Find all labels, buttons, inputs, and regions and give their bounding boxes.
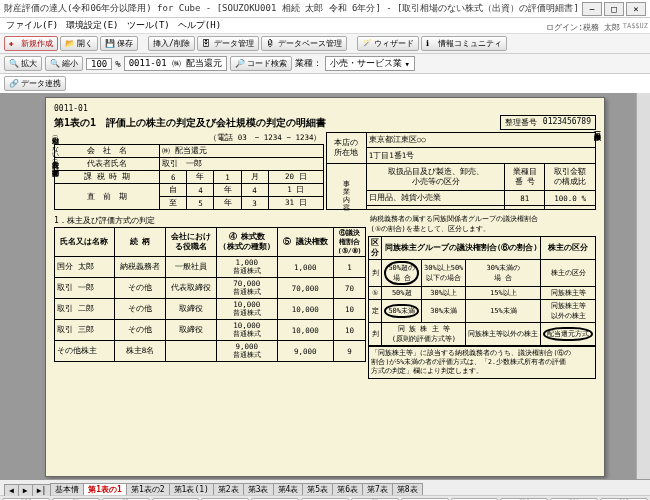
biztype-label: 業種： (295, 57, 322, 70)
sheet-tab[interactable]: 第8表 (392, 483, 423, 495)
page-sidebar-right: （令和六年一月一日以降用） (590, 126, 602, 130)
wizard-icon: 🪄 (362, 39, 372, 49)
note-text: 納税義務者の属する同族関係者グループの議決権割合(⑤の割合)を基として、区分しま… (368, 212, 596, 236)
login-label: ログイン:税務 太郎 (546, 22, 620, 33)
workspace: （取引相場のない株式（出資）の評価明細書） （令和六年一月一日以降用） 0011… (0, 93, 650, 479)
sheet-tab[interactable]: 第6表 (332, 483, 363, 495)
minimize-button[interactable]: − (582, 2, 602, 16)
sheet-tab[interactable]: 第5表 (302, 483, 333, 495)
sheet-tab[interactable]: 第1表(1) (169, 483, 214, 495)
titlebar: 財産評価の達人(令和06年分以降用) for Cube - [SOUZOKU00… (0, 0, 650, 18)
datalink-button[interactable]: 🔗データ連携 (4, 76, 66, 91)
page-sidebar-left: （取引相場のない株式（出資）の評価明細書） (48, 130, 60, 166)
data-icon: 🗄 (202, 39, 212, 49)
new-icon: ✚ (9, 39, 19, 49)
sheet-tab[interactable]: 第1表の1 (83, 483, 127, 495)
datalink-row: 🔗データ連携 (0, 74, 650, 93)
footnote: 「同族株主等」に該当する納税義務者のうち、議決権割合(⑥の 割合)が5%未満の者… (368, 346, 596, 379)
code-search-button[interactable]: 🔎コード検索 (230, 56, 292, 71)
brand-logo: TA$$UZ (623, 22, 648, 30)
section1-title: 1．株主及び評価方式の判定 (54, 215, 366, 226)
page-title: 第1表の1 評価上の株主の判定及び会社規模の判定の明細書 (54, 116, 326, 130)
table-row: 判同 族 株 主 等 (原則的評価方式等)同族株主等以外の株主配当還元方式 (369, 323, 596, 346)
community-button[interactable]: ℹ情報コミュニティ (421, 36, 507, 51)
open-button[interactable]: 📂開く (60, 36, 98, 51)
table-row[interactable]: 取引 一郎その他代表取締役70,000普通株式70,00070 (55, 278, 366, 299)
table-row: 定50%未満30%未満15%未満同族株主等 以外の株主 (369, 300, 596, 323)
sheet-tab[interactable]: 第2表 (213, 483, 244, 495)
tab-nav[interactable]: ▶| (32, 484, 52, 496)
zoom-value[interactable]: 100 (86, 58, 112, 70)
shareholders-table: 氏名又は名称続 柄会社におけ る役職名 ④ 株式数 (株式の種類)⑤ 議決権数⑥… (54, 227, 366, 362)
sheet-tab[interactable]: 第4表 (273, 483, 304, 495)
sheet-tab[interactable]: 基本情 (50, 483, 84, 495)
data-manage-button[interactable]: 🗄データ管理 (197, 36, 259, 51)
table-row[interactable]: 取引 三郎その他取締役10,000普通株式10,00010 (55, 320, 366, 341)
biztype-dropdown[interactable]: 小売・サービス業▾ (325, 56, 414, 71)
menu-file[interactable]: ファイル(F) (6, 19, 58, 32)
sheet-tab[interactable]: 第1表の2 (126, 483, 170, 495)
toolbar-secondary: 🔍拡大 🔍縮小 100% 0011-01 ㈱ 配当還元 🔎コード検索 業種： 小… (0, 54, 650, 74)
location-table: 本店の 所在地東京都江東区○○ 1丁目1番1号 事 業 内 容取扱品目及び製造、… (326, 132, 596, 210)
zoom-out-button[interactable]: 🔍縮小 (45, 56, 83, 71)
sheet-tab[interactable]: 第7表 (362, 483, 393, 495)
form-page: （取引相場のない株式（出資）の評価明細書） （令和六年一月一日以降用） 0011… (45, 97, 605, 477)
tab-nav[interactable]: ▶ (18, 484, 33, 496)
table-row[interactable]: 国分 太郎納税義務者一般社員1,000普通株式1,0001 (55, 257, 366, 278)
code-field[interactable]: 0011-01 ㈱ 配当還元 (124, 56, 228, 71)
save-icon: 💾 (105, 39, 115, 49)
function-keys: ESC業務メF1ヘルプF2閉じるF3F4F5F6F7機能メF8F9F10一覧表F… (0, 495, 650, 500)
table-row: 判50%超の 場 合30%以上50% 以下の場合30%未満の 場 合株主の区分 (369, 260, 596, 287)
page-code: 0011-01 (54, 104, 596, 113)
wizard-button[interactable]: 🪄ウィザード (357, 36, 419, 51)
db-icon: 🛢 (266, 39, 276, 49)
company-name[interactable]: ㈱ 配当還元 (160, 145, 324, 158)
db-manage-button[interactable]: 🛢データベース管理 (261, 36, 347, 51)
rep-name[interactable]: 取引 一郎 (160, 158, 324, 171)
save-button[interactable]: 💾保存 (100, 36, 138, 51)
sheet-tab[interactable]: 第3表 (243, 483, 274, 495)
menu-help[interactable]: ヘルプ(H) (178, 19, 221, 32)
scrollbar-vertical[interactable] (636, 93, 650, 479)
insert-delete-button[interactable]: 挿入/削除 (148, 36, 195, 51)
close-button[interactable]: × (626, 2, 646, 16)
table-row[interactable]: その他株主株主8名9,000普通株式9,0009 (55, 341, 366, 362)
menu-tool[interactable]: ツール(T) (127, 19, 170, 32)
table-row: ⑤50%超30%以上15%以上同族株主等 (369, 287, 596, 300)
toolbar: ✚新規作成 📂開く 💾保存 挿入/削除 🗄データ管理 🛢データベース管理 🪄ウィ… (0, 34, 650, 54)
info-icon: ℹ (426, 39, 436, 49)
zoom-in-button[interactable]: 🔍拡大 (4, 56, 42, 71)
menu-env[interactable]: 環境設定(E) (66, 19, 118, 32)
chevron-down-icon: ▾ (404, 59, 409, 69)
judgment-grid: 区 分同族株主グループの議決権割合(⑥の割合)株主の区分 判50%超の 場 合3… (368, 236, 596, 346)
new-button[interactable]: ✚新規作成 (4, 36, 58, 51)
open-icon: 📂 (65, 39, 75, 49)
tab-nav[interactable]: ◀ (4, 484, 19, 496)
reg-no: 0123456789 (543, 117, 591, 128)
company-table: （電話 03 − 1234 − 1234） 会 社 名㈱ 配当還元 代表者氏名取… (54, 132, 324, 210)
table-row[interactable]: 取引 二郎その他取締役10,000普通株式10,00010 (55, 299, 366, 320)
window-title: 財産評価の達人(令和06年分以降用) for Cube - [SOUZOKU00… (4, 2, 579, 15)
reg-label: 整理番号 (505, 117, 537, 128)
sheet-tabs: ◀▶▶| 基本情第1表の1第1表の2第1表(1)第2表第3表第4表第5表第6表第… (0, 479, 650, 495)
maximize-button[interactable]: □ (604, 2, 624, 16)
